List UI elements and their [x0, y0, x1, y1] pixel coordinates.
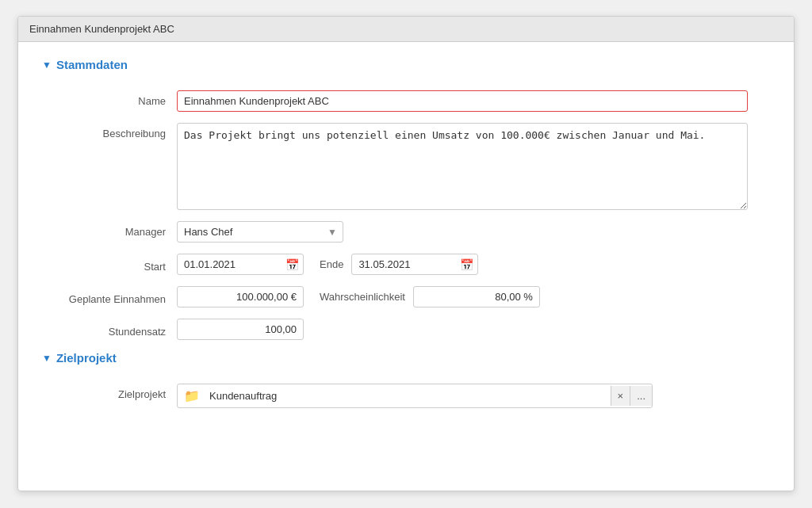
ende-date-input[interactable] [351, 254, 478, 275]
zielprojekt-field: 📁 Kundenauftrag × ... [177, 384, 653, 408]
stammdaten-triangle[interactable]: ▼ [42, 59, 52, 71]
geplante-einnahmen-label: Geplante Einnahmen [42, 288, 177, 305]
start-date-input[interactable] [177, 254, 304, 275]
stundensatz-label: Stundensatz [42, 321, 177, 338]
zielprojekt-group: Zielprojekt 📁 Kundenauftrag × ... [42, 384, 770, 408]
zielprojekt-triangle[interactable]: ▼ [42, 353, 52, 364]
manager-select[interactable]: Hans Chef [177, 221, 343, 243]
zielprojekt-folder-icon: 📁 [178, 384, 206, 407]
name-input[interactable] [177, 90, 748, 112]
zielprojekt-more-button[interactable]: ... [630, 386, 652, 406]
stammdaten-section-header: ▼ Stammdaten [42, 58, 770, 71]
beschreibung-textarea[interactable] [177, 123, 748, 210]
geplante-einnahmen-input[interactable] [177, 286, 304, 307]
wahrscheinlichkeit-input[interactable] [413, 286, 540, 307]
zielprojekt-title: Zielprojekt [56, 351, 117, 365]
ende-date-wrapper: 📅 [351, 254, 478, 275]
window-title: Einnahmen Kundenprojekt ABC [18, 17, 794, 42]
start-label: Start [42, 256, 177, 273]
stundensatz-input[interactable] [177, 319, 304, 340]
start-ende-row: Start 📅 Ende 📅 [42, 254, 770, 275]
zielprojekt-label: Zielprojekt [42, 384, 177, 400]
ende-label: Ende [304, 258, 351, 270]
window-body: ▼ Stammdaten Name Beschreibung Manager H… [18, 42, 794, 443]
zielprojekt-section-header: ▼ Zielprojekt [42, 351, 770, 365]
stammdaten-title: Stammdaten [56, 58, 128, 71]
name-label: Name [42, 90, 177, 107]
zielprojekt-close-button[interactable]: × [611, 386, 630, 406]
zielprojekt-value: Kundenauftrag [206, 386, 611, 406]
name-group: Name [42, 90, 770, 112]
einnahmen-row: Geplante Einnahmen Wahrscheinlichkeit [42, 286, 770, 307]
manager-group: Manager Hans Chef ▼ [42, 221, 770, 243]
wahrscheinlichkeit-label: Wahrscheinlichkeit [304, 291, 413, 303]
start-date-wrapper: 📅 [177, 254, 304, 275]
main-window: Einnahmen Kundenprojekt ABC ▼ Stammdaten… [17, 16, 795, 491]
stundensatz-row: Stundensatz [42, 319, 770, 340]
manager-select-wrapper: Hans Chef ▼ [177, 221, 343, 243]
beschreibung-group: Beschreibung [42, 123, 770, 210]
manager-label: Manager [42, 221, 177, 238]
beschreibung-label: Beschreibung [42, 123, 177, 139]
